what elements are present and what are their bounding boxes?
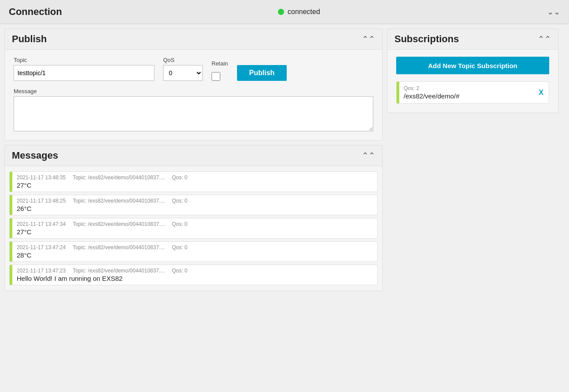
subscriptions-collapse-icon[interactable]: ⌃⌃ (538, 34, 551, 44)
message-value: Hello World! I am running on EXS82 (17, 275, 373, 282)
subscription-item: Qos: 2 /exs82/vee/demo/# X (396, 81, 549, 104)
message-qos: Qos: 0 (172, 221, 187, 227)
message-content: 2021-11-17 13:47:24 Topic: /exs82/vee/de… (12, 242, 377, 261)
message-value: 26°C (17, 205, 373, 212)
subscription-content: Qos: 2 /exs82/vee/demo/# (399, 82, 533, 103)
message-topic: Topic: /exs82/vee/demo/0044010837.... (73, 268, 164, 274)
subscription-qos: Qos: 2 (404, 85, 529, 91)
message-item: 2021-11-17 13:47:34 Topic: /exs82/vee/de… (9, 218, 378, 239)
publish-body: Topic QoS 0 1 2 Retain (5, 50, 382, 140)
message-content: 2021-11-17 13:48:25 Topic: /exs82/vee/de… (12, 195, 377, 215)
messages-collapse-icon[interactable]: ⌃⌃ (362, 151, 375, 160)
topic-label: Topic (14, 57, 154, 63)
message-label: Message (14, 88, 373, 94)
subscriptions-list: Qos: 2 /exs82/vee/demo/# X (396, 81, 549, 104)
qos-group: QoS 0 1 2 (163, 57, 203, 81)
message-item: 2021-11-17 13:48:25 Topic: /exs82/vee/de… (9, 195, 378, 215)
message-meta: 2021-11-17 13:47:34 Topic: /exs82/vee/de… (17, 221, 373, 227)
subscription-topic: /exs82/vee/demo/# (404, 92, 529, 100)
message-topic: Topic: /exs82/vee/demo/0044010837.... (73, 174, 164, 181)
message-meta: 2021-11-17 13:47:23 Topic: /exs82/vee/de… (17, 268, 373, 274)
connection-title: Connection (9, 6, 278, 18)
message-topic: Topic: /exs82/vee/demo/0044010837.... (73, 221, 164, 227)
add-subscription-button[interactable]: Add New Topic Subscription (396, 57, 549, 74)
connection-status: connected (278, 8, 547, 16)
messages-panel-header: Messages ⌃⌃ (5, 145, 382, 166)
message-qos: Qos: 0 (172, 198, 187, 204)
message-item: 2021-11-17 13:47:23 Topic: /exs82/vee/de… (9, 265, 378, 285)
status-label: connected (288, 8, 320, 16)
publish-panel: Publish ⌃⌃ Topic QoS 0 1 2 (4, 29, 383, 141)
publish-title: Publish (12, 33, 362, 45)
topic-group: Topic (14, 57, 154, 81)
subscriptions-title: Subscriptions (394, 33, 538, 45)
publish-collapse-icon[interactable]: ⌃⌃ (362, 34, 375, 44)
message-meta: 2021-11-17 13:47:24 Topic: /exs82/vee/de… (17, 244, 373, 250)
subscriptions-panel-header: Subscriptions ⌃⌃ (387, 29, 558, 50)
message-value: 28°C (17, 251, 373, 259)
subscriptions-body: Add New Topic Subscription Qos: 2 /exs82… (387, 50, 558, 113)
message-meta: 2021-11-17 13:48:35 Topic: /exs82/vee/de… (17, 174, 373, 181)
top-bar-collapse-icon[interactable]: ⌄⌄ (547, 7, 560, 17)
qos-label: QoS (163, 57, 203, 63)
message-textarea[interactable] (14, 96, 373, 131)
message-value: 27°C (17, 228, 373, 236)
messages-title: Messages (12, 150, 362, 161)
message-content: 2021-11-17 13:48:35 Topic: /exs82/vee/de… (12, 172, 377, 192)
messages-panel: Messages ⌃⌃ 2021-11-17 13:48:35 Topic: /… (4, 145, 383, 291)
message-content: 2021-11-17 13:47:34 Topic: /exs82/vee/de… (12, 218, 377, 238)
publish-fields-row: Topic QoS 0 1 2 Retain (14, 57, 373, 81)
message-content: 2021-11-17 13:47:23 Topic: /exs82/vee/de… (12, 265, 377, 285)
main-layout: Publish ⌃⌃ Topic QoS 0 1 2 (0, 24, 569, 295)
message-timestamp: 2021-11-17 13:48:35 (17, 174, 66, 181)
messages-body: 2021-11-17 13:48:35 Topic: /exs82/vee/de… (5, 166, 382, 290)
message-item: 2021-11-17 13:47:24 Topic: /exs82/vee/de… (9, 241, 378, 262)
status-dot-icon (278, 9, 284, 15)
message-item: 2021-11-17 13:48:35 Topic: /exs82/vee/de… (9, 171, 378, 192)
message-meta: 2021-11-17 13:48:25 Topic: /exs82/vee/de… (17, 198, 373, 204)
message-timestamp: 2021-11-17 13:48:25 (17, 198, 66, 204)
retain-label: Retain (212, 60, 228, 67)
qos-select[interactable]: 0 1 2 (163, 65, 203, 81)
message-timestamp: 2021-11-17 13:47:34 (17, 221, 66, 227)
message-qos: Qos: 0 (172, 268, 187, 274)
publish-panel-header: Publish ⌃⌃ (5, 29, 382, 50)
retain-group: Retain (212, 60, 228, 81)
message-qos: Qos: 0 (172, 244, 187, 250)
message-timestamp: 2021-11-17 13:47:24 (17, 244, 66, 250)
message-value: 27°C (17, 181, 373, 189)
message-timestamp: 2021-11-17 13:47:23 (17, 268, 66, 274)
left-column: Publish ⌃⌃ Topic QoS 0 1 2 (4, 29, 383, 291)
right-column: Subscriptions ⌃⌃ Add New Topic Subscript… (387, 29, 558, 113)
publish-button[interactable]: Publish (237, 65, 287, 81)
message-topic: Topic: /exs82/vee/demo/0044010837.... (73, 198, 164, 204)
retain-checkbox[interactable] (212, 72, 220, 81)
message-topic: Topic: /exs82/vee/demo/0044010837.... (73, 244, 164, 250)
topic-input[interactable] (14, 65, 154, 81)
message-group: Message (14, 88, 373, 131)
subscriptions-panel: Subscriptions ⌃⌃ Add New Topic Subscript… (387, 29, 558, 113)
subscription-close-button[interactable]: X (533, 85, 549, 100)
message-qos: Qos: 0 (172, 174, 187, 181)
top-bar: Connection connected ⌄⌄ (0, 0, 569, 24)
